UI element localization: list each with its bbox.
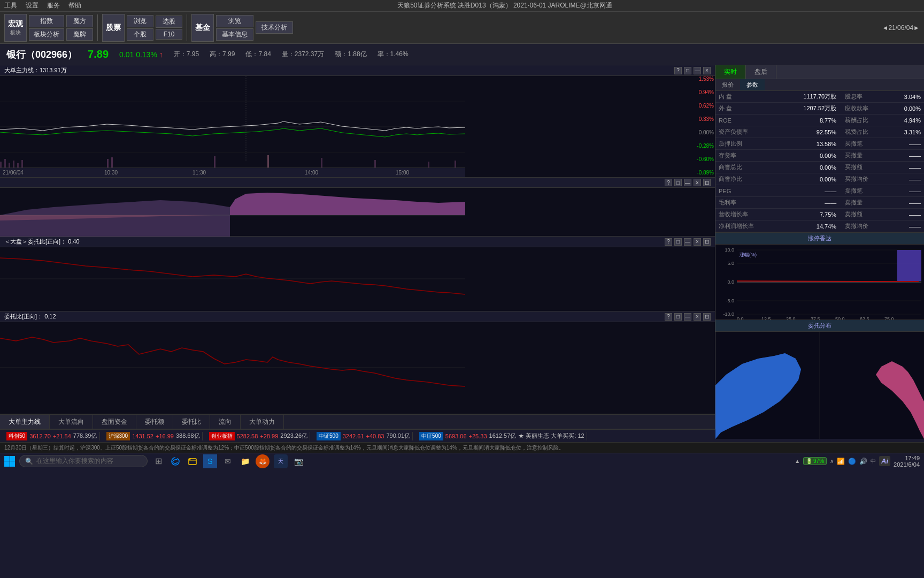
stocks-btn[interactable]: 股票 bbox=[102, 14, 125, 42]
macro-block-btn[interactable]: 宏观 板块 bbox=[4, 14, 27, 42]
block-analysis-btn[interactable]: 板块分析 bbox=[29, 28, 64, 41]
index-btn[interactable]: 指数 bbox=[29, 15, 64, 27]
windows-icon[interactable] bbox=[4, 456, 15, 467]
tab-main-momentum[interactable]: 大单动力 bbox=[241, 415, 284, 429]
taskbar-search-bar[interactable]: 🔍 在这里输入你要搜索的内容 bbox=[19, 455, 148, 467]
tab-main-force[interactable]: 大单主力线 bbox=[0, 415, 50, 429]
clock-date: 2021/6/04 bbox=[894, 461, 920, 468]
chart1-close[interactable]: × bbox=[703, 67, 711, 74]
taskbar-explorer[interactable] bbox=[186, 455, 199, 468]
tab-entrust-ratio[interactable]: 委托比 bbox=[173, 415, 210, 429]
tab-realtime[interactable]: 实时 bbox=[715, 65, 746, 79]
svg-text:0.0: 0.0 bbox=[727, 279, 734, 285]
chart3-minimize[interactable]: — bbox=[684, 238, 691, 246]
app-title: 天狼50证券分析系统 决胜D013（鸿蒙） 2021-06-01 JAROLIM… bbox=[90, 1, 920, 10]
hushen300-change: +16.99 bbox=[156, 433, 174, 439]
svg-text:10.0: 10.0 bbox=[725, 247, 734, 253]
bottom-tabs: 大单主力线 大单流向 盘面资金 委托额 委托比 流向 大单动力 bbox=[0, 414, 715, 429]
pct-n089: -0.89% bbox=[691, 170, 714, 176]
chart2-restore[interactable]: □ bbox=[674, 179, 682, 186]
sub-tab-params[interactable]: 参数 bbox=[740, 79, 765, 90]
chart2-expand[interactable]: ⊡ bbox=[703, 179, 711, 186]
taskbar-folder[interactable]: 📁 bbox=[238, 455, 251, 468]
menu-tool[interactable]: 工具 bbox=[4, 1, 17, 10]
taskbar-tianlong-icon[interactable]: 天 bbox=[274, 454, 288, 468]
select-stocks-btn[interactable]: 选股 bbox=[156, 16, 182, 28]
search-icon: 🔍 bbox=[25, 458, 33, 465]
sub-tab-price[interactable]: 报价 bbox=[715, 79, 740, 90]
browse-fund-btn[interactable]: 浏览 bbox=[216, 15, 253, 27]
param-val1: —— bbox=[779, 185, 840, 197]
chart2-help[interactable]: ? bbox=[665, 179, 672, 186]
zhongzheng500b-price: 5693.06 bbox=[445, 433, 467, 439]
tab-entrust-amount[interactable]: 委托额 bbox=[136, 415, 173, 429]
menu-service[interactable]: 服务 bbox=[47, 1, 60, 10]
system-tray: ▲ 🔋 97% ∧ 📶 🔵 🔊 中 Ai 17:49 2021/6/04 bbox=[795, 455, 920, 468]
weituofenbu-section: 委托分布 bbox=[715, 320, 924, 439]
tab-market-funds[interactable]: 盘面资金 bbox=[93, 415, 136, 429]
macro-label: 宏观 bbox=[8, 19, 23, 29]
stocks-label: 股票 bbox=[106, 23, 121, 33]
params-row: 净利润增长率 14.74% 卖撤均价 —— bbox=[715, 220, 924, 232]
chart3-help[interactable]: ? bbox=[665, 238, 672, 246]
svg-marker-47 bbox=[876, 361, 924, 439]
chart3-restore[interactable]: □ bbox=[674, 238, 682, 246]
tab-after[interactable]: 盘后 bbox=[746, 65, 776, 79]
basic-info-btn[interactable]: 基本信息 bbox=[216, 28, 253, 41]
chart1-help[interactable]: ? bbox=[674, 67, 682, 74]
tab-flow[interactable]: 流向 bbox=[210, 415, 241, 429]
chart1-controls: ? □ — × bbox=[674, 67, 711, 74]
taskbar-circle-icon[interactable]: 🦊 bbox=[256, 454, 270, 468]
tech-analysis-btn[interactable]: 技术分析 bbox=[256, 21, 293, 34]
time-1400: 14:00 bbox=[305, 170, 318, 176]
chart3-title: 委托比[正向]： 0.12 bbox=[4, 313, 56, 321]
chart4-expand[interactable]: ⊡ bbox=[703, 313, 711, 321]
chart4-help[interactable]: ? bbox=[665, 313, 672, 321]
param-val2: 3.31% bbox=[889, 126, 924, 138]
badge-chuangyeban: 创业板指 bbox=[209, 432, 235, 440]
param-label1: 资产负债率 bbox=[715, 126, 779, 138]
chart3-close[interactable]: × bbox=[694, 238, 701, 246]
param-val1: 0.00% bbox=[779, 162, 840, 173]
chart2-minimize[interactable]: — bbox=[684, 179, 691, 186]
browse-stocks-btn[interactable]: 浏览 bbox=[127, 15, 153, 27]
chart3-expand[interactable]: ⊡ bbox=[703, 238, 711, 246]
kechuang50-vol: 778.39亿 bbox=[73, 432, 97, 440]
chart1-restore[interactable]: □ bbox=[684, 67, 691, 74]
zangtingxiangda-chart: 10.0 5.0 0.0 -5.0 -10.0 0.0 12.5 25.0 37… bbox=[715, 245, 924, 320]
chuangyeban-change: +28.99 bbox=[260, 433, 278, 439]
zangtingxiangda-svg: 10.0 5.0 0.0 -5.0 -10.0 0.0 12.5 25.0 37… bbox=[715, 245, 924, 320]
taskbar-camera[interactable]: 📷 bbox=[292, 455, 305, 468]
chart2-close[interactable]: × bbox=[694, 179, 701, 186]
charts-left: 大单主力线：1313.91万 ? □ — × 1.53% 0.94% 0.62%… bbox=[0, 65, 715, 429]
zhongzheng500b-vol: 1612.57亿 bbox=[489, 432, 517, 440]
pct-062: 0.62% bbox=[691, 103, 714, 109]
param-label1: PEG bbox=[715, 185, 779, 197]
taskbar-task-view[interactable]: ⊞ bbox=[152, 455, 165, 468]
taskbar-mail[interactable]: ✉ bbox=[221, 455, 234, 468]
taskbar-edge[interactable] bbox=[169, 455, 182, 468]
param-val1: 8.77% bbox=[779, 115, 840, 126]
chart4-restore[interactable]: □ bbox=[674, 313, 682, 321]
stock-arrow: ↑ bbox=[159, 50, 163, 59]
individual-btn[interactable]: 个股 bbox=[127, 28, 153, 41]
params-row: 商誉净比 0.00% 买撤均价 —— bbox=[715, 173, 924, 185]
fund-btn[interactable]: 基金 bbox=[191, 14, 214, 42]
param-label2: 卖撤均价 bbox=[840, 220, 889, 232]
param-val2: 3.04% bbox=[889, 91, 924, 103]
magic-card-btn[interactable]: 魔牌 bbox=[66, 28, 93, 41]
zhongzheng500-vol: 790.01亿 bbox=[386, 432, 410, 440]
chart1-minimize[interactable]: — bbox=[694, 67, 701, 74]
param-val1: 0.00% bbox=[779, 150, 840, 162]
param-val2: —— bbox=[889, 220, 924, 232]
chart4-minimize[interactable]: — bbox=[684, 313, 691, 321]
magic-btn[interactable]: 魔方 bbox=[66, 15, 93, 27]
taskbar-s-icon[interactable]: S bbox=[203, 454, 217, 468]
ai-label: Ai bbox=[881, 457, 888, 465]
chart4-close[interactable]: × bbox=[694, 313, 701, 321]
date-nav-label: ◄21/06/04► bbox=[882, 24, 920, 32]
menu-settings[interactable]: 设置 bbox=[26, 1, 38, 10]
tab-main-flow[interactable]: 大单流向 bbox=[50, 415, 93, 429]
menu-help[interactable]: 帮助 bbox=[68, 1, 81, 10]
f10-btn[interactable]: F10 bbox=[156, 29, 182, 40]
